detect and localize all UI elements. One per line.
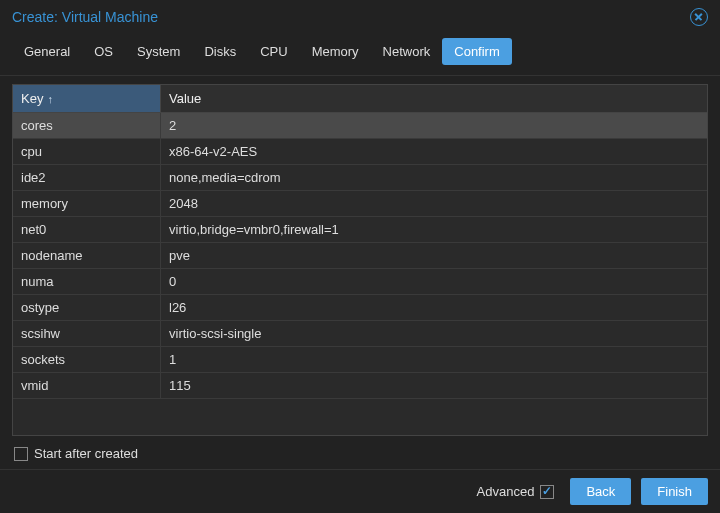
table-row[interactable]: net0 virtio,bridge=vmbr0,firewall=1 — [13, 217, 707, 243]
start-after-created-checkbox[interactable] — [14, 447, 28, 461]
table-row[interactable]: cpu x86-64-v2-AES — [13, 139, 707, 165]
tab-cpu[interactable]: CPU — [248, 38, 299, 65]
row-value: l26 — [161, 295, 707, 320]
row-value: x86-64-v2-AES — [161, 139, 707, 164]
column-header-value[interactable]: Value — [161, 85, 707, 112]
tab-disks[interactable]: Disks — [192, 38, 248, 65]
column-header-key[interactable]: Key ↑ — [13, 85, 161, 112]
advanced-label: Advanced — [477, 484, 535, 499]
advanced-checkbox[interactable] — [540, 485, 554, 499]
create-vm-dialog: Create: Virtual Machine General OS Syste… — [0, 0, 720, 513]
dialog-title: Create: Virtual Machine — [12, 9, 158, 25]
row-key: vmid — [13, 373, 161, 398]
row-value: virtio,bridge=vmbr0,firewall=1 — [161, 217, 707, 242]
dialog-footer: Advanced Back Finish — [0, 469, 720, 513]
tab-os[interactable]: OS — [82, 38, 125, 65]
table-row[interactable]: ide2 none,media=cdrom — [13, 165, 707, 191]
table-row[interactable]: ostype l26 — [13, 295, 707, 321]
row-key: numa — [13, 269, 161, 294]
row-key: ostype — [13, 295, 161, 320]
tab-system[interactable]: System — [125, 38, 192, 65]
tab-confirm[interactable]: Confirm — [442, 38, 512, 65]
row-key: memory — [13, 191, 161, 216]
table-row[interactable]: cores 2 — [13, 113, 707, 139]
row-value: 0 — [161, 269, 707, 294]
back-button[interactable]: Back — [570, 478, 631, 505]
summary-grid: Key ↑ Value cores 2 cpu x86-64-v2-AES id… — [12, 84, 708, 436]
row-value: virtio-scsi-single — [161, 321, 707, 346]
tab-memory[interactable]: Memory — [300, 38, 371, 65]
tab-general[interactable]: General — [12, 38, 82, 65]
row-value: 2048 — [161, 191, 707, 216]
grid-body: cores 2 cpu x86-64-v2-AES ide2 none,medi… — [13, 113, 707, 435]
below-grid: Start after created — [12, 436, 708, 465]
row-value: none,media=cdrom — [161, 165, 707, 190]
sort-asc-icon: ↑ — [47, 93, 53, 105]
titlebar: Create: Virtual Machine — [0, 0, 720, 32]
start-after-created-label: Start after created — [34, 446, 138, 461]
table-row[interactable]: vmid 115 — [13, 373, 707, 399]
table-row[interactable]: memory 2048 — [13, 191, 707, 217]
row-value: pve — [161, 243, 707, 268]
row-value: 2 — [161, 113, 707, 138]
row-value: 1 — [161, 347, 707, 372]
wizard-tabs: General OS System Disks CPU Memory Netwo… — [0, 32, 720, 76]
finish-button[interactable]: Finish — [641, 478, 708, 505]
table-row[interactable]: nodename pve — [13, 243, 707, 269]
row-key: sockets — [13, 347, 161, 372]
row-key: nodename — [13, 243, 161, 268]
row-key: scsihw — [13, 321, 161, 346]
row-key: net0 — [13, 217, 161, 242]
grid-header: Key ↑ Value — [13, 85, 707, 113]
advanced-toggle[interactable]: Advanced — [477, 484, 555, 499]
row-key: cpu — [13, 139, 161, 164]
row-key: cores — [13, 113, 161, 138]
table-row[interactable]: sockets 1 — [13, 347, 707, 373]
tab-network[interactable]: Network — [371, 38, 443, 65]
table-row[interactable]: numa 0 — [13, 269, 707, 295]
close-icon[interactable] — [690, 8, 708, 26]
dialog-body: Key ↑ Value cores 2 cpu x86-64-v2-AES id… — [0, 76, 720, 469]
row-value: 115 — [161, 373, 707, 398]
table-row[interactable]: scsihw virtio-scsi-single — [13, 321, 707, 347]
row-key: ide2 — [13, 165, 161, 190]
column-header-key-label: Key — [21, 91, 43, 106]
